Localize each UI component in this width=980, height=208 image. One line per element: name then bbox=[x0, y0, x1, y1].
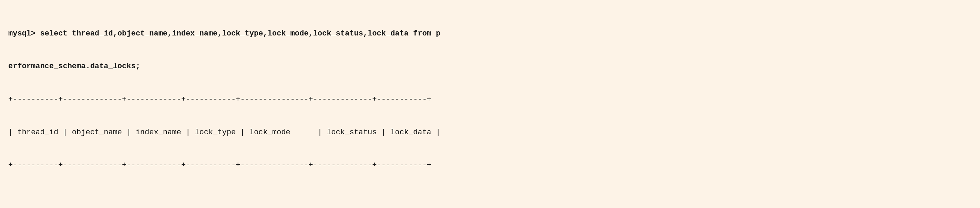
separator-top: +----------+-------------+------------+-… bbox=[8, 94, 972, 105]
table-header: | thread_id | object_name | index_name |… bbox=[8, 127, 972, 138]
command-line-2: erformance_schema.data_locks; bbox=[8, 61, 972, 72]
command-line-1: mysql> select thread_id,object_name,inde… bbox=[8, 28, 972, 39]
separator-mid: +----------+-------------+------------+-… bbox=[8, 160, 972, 171]
terminal-output: mysql> select thread_id,object_name,inde… bbox=[8, 6, 972, 208]
